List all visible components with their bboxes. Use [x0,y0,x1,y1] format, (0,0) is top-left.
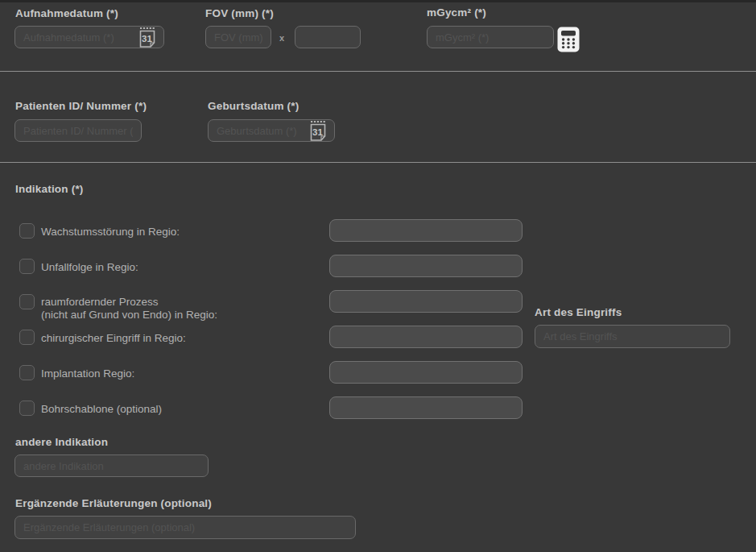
top-edge-strip [0,0,756,2]
fov-label: FOV (mm) (*) [205,7,274,19]
patient-id-input[interactable] [14,119,142,142]
geburtsdatum-label: Geburtsdatum (*) [208,100,299,112]
regio-input-implantation[interactable] [329,361,523,384]
checkbox-label[interactable]: Bohrschablone (optional) [41,403,162,415]
andere-indikation-label: andere Indikation [15,436,108,448]
checkbox-bohrschablone[interactable] [19,401,35,416]
fov-times-separator: x [279,33,284,43]
checkbox-label[interactable]: raumfordernder Prozess (nicht auf Grund … [41,296,217,322]
section-separator [0,71,756,72]
regio-input-raumfordernder-prozess[interactable] [329,290,523,313]
calculator-icon[interactable] [557,27,580,56]
checkbox-raumfordernder-prozess[interactable] [19,294,35,309]
fov-height-input[interactable] [295,26,361,48]
checkbox-label[interactable]: Unfallfolge in Regio: [41,261,138,273]
regio-input-bohrschablone[interactable] [329,396,523,419]
patient-id-label: Patienten ID/ Nummer (*) [15,100,147,112]
calendar-icon[interactable]: 31 [308,120,328,145]
checkbox-label[interactable]: Wachstumsstörung in Regio: [41,226,180,238]
checkbox-implantation[interactable] [19,365,35,380]
svg-text:31: 31 [312,127,323,137]
dental-xray-order-form: Aufnahmedatum (*) 31 FOV (mm) (*) x mGyc… [0,0,756,552]
regio-input-wachstumsstoerung[interactable] [329,219,523,242]
checkbox-unfallfolge[interactable] [19,259,35,274]
art-des-eingriffs-input[interactable] [535,325,730,348]
checkbox-label[interactable]: Implantation Regio: [41,367,134,380]
checkbox-wachstumsstoerung[interactable] [19,223,35,239]
checkbox-label-line2: (nicht auf Grund von Endo) in Regio: [41,309,217,322]
indikation-title: Indikation (*) [15,183,84,195]
section-separator [0,162,756,163]
mgycm-label: mGycm² (*) [427,6,486,19]
checkbox-chirurgischer-eingriff[interactable] [19,330,35,345]
checkbox-label[interactable]: chirurgischer Eingriff in Regio: [41,332,186,344]
aufnahmedatum-label: Aufnahmedatum (*) [15,7,118,19]
andere-indikation-input[interactable] [14,454,209,477]
mgycm-input[interactable] [427,26,554,48]
fov-width-input[interactable] [205,26,271,48]
ergaenzende-erlaeuterungen-input[interactable] [14,516,356,539]
ergaenzende-erlaeuterungen-label: Ergänzende Erläuterungen (optional) [15,497,212,509]
calendar-icon[interactable]: 31 [138,27,157,52]
art-des-eingriffs-label: Art des Eingriffs [535,306,622,318]
regio-input-chirurgischer-eingriff[interactable] [329,326,523,348]
checkbox-label-line1: raumfordernder Prozess [41,296,217,309]
regio-input-unfallfolge[interactable] [329,255,523,277]
svg-text:31: 31 [142,34,152,44]
